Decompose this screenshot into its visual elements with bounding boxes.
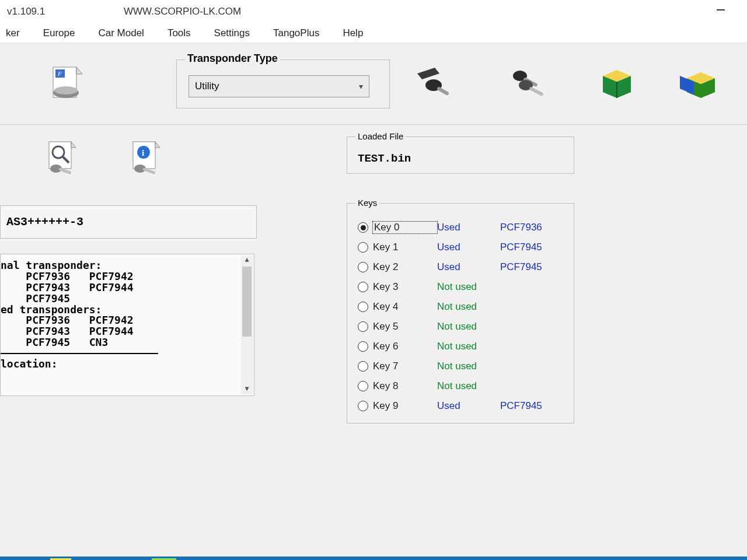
key-radio[interactable] (358, 321, 368, 332)
svg-text:F: F (57, 70, 62, 77)
key-label: Key 5 (373, 321, 437, 332)
chevron-down-icon: ▾ (359, 82, 363, 91)
key-row[interactable]: Key 5Not used (358, 317, 563, 337)
key-status: Used (437, 261, 500, 273)
info-key-icon[interactable]: i (126, 136, 168, 178)
key-row[interactable]: Key 4Not used (358, 297, 563, 317)
search-key-icon[interactable] (42, 136, 84, 178)
svg-text:i: i (142, 148, 144, 158)
menu-item-europe[interactable]: Europe (37, 25, 81, 41)
key-row[interactable]: Key 7Not used (358, 356, 563, 376)
toolbar: F Transponder Type Utility ▾ (0, 43, 747, 125)
key-label: Key 2 (373, 261, 437, 273)
key-status: Not used (437, 380, 500, 392)
right-panel: Loaded File TEST.bin Keys Key 0UsedPCF79… (347, 136, 574, 424)
key-status: Used (437, 242, 500, 253)
key-row[interactable]: Key 3Not used (358, 277, 563, 297)
transponder-type-group: Transponder Type Utility ▾ (176, 60, 390, 108)
taskbar[interactable] (0, 556, 747, 560)
app-version: v1.109.1 (7, 6, 124, 18)
key-radio[interactable] (358, 381, 368, 391)
key-label: Key 0 (373, 222, 437, 233)
module-id-text: AS3++++++-3 (6, 215, 83, 229)
key-radio[interactable] (358, 341, 368, 352)
key-radio[interactable] (358, 282, 368, 292)
key-status: Used (437, 400, 500, 412)
toolbar-book-green-icon[interactable] (596, 63, 638, 105)
key-label: Key 9 (373, 400, 437, 412)
window-controls (715, 5, 736, 15)
key-row[interactable]: Key 6Not used (358, 337, 563, 356)
key-radio[interactable] (358, 262, 368, 272)
key-label: Key 8 (373, 380, 437, 392)
key-row[interactable]: Key 2UsedPCF7945 (358, 257, 563, 277)
transponder-info-text: nal transponder: PCF7936 PCF7942 PCF7943… (1, 260, 242, 348)
menu-item-car-model[interactable]: Car Model (92, 25, 149, 41)
workspace: i AS3++++++-3 nal transponder: PCF7936 P… (0, 125, 747, 556)
svg-point-6 (54, 86, 78, 94)
svg-rect-13 (529, 86, 544, 97)
menu-item-tools[interactable]: Tools (162, 25, 197, 41)
toolbar-key-wizard-icon[interactable] (413, 63, 455, 105)
app-title: WWW.SCORPIO-LK.COM (124, 6, 241, 18)
key-row[interactable]: Key 1UsedPCF7945 (358, 237, 563, 257)
transponder-type-select[interactable]: Utility ▾ (189, 75, 369, 97)
menu-item-tangoplus[interactable]: TangoPlus (267, 25, 325, 41)
svg-marker-28 (155, 142, 160, 148)
title-bar: v1.109.1 WWW.SCORPIO-LK.COM (0, 0, 747, 23)
minimize-button[interactable] (715, 5, 736, 15)
key-chip: PCF7945 (500, 400, 542, 412)
scroll-up-icon[interactable]: ▲ (245, 256, 249, 265)
key-row[interactable]: Key 9UsedPCF7945 (358, 396, 563, 416)
transponder-type-value: Utility (195, 80, 219, 92)
key-status: Not used (437, 360, 500, 372)
keys-group: Keys Key 0UsedPCF7936Key 1UsedPCF7945Key… (347, 203, 574, 424)
key-status: Not used (437, 341, 500, 352)
key-row[interactable]: Key 8Not used (358, 376, 563, 396)
key-status: Not used (437, 301, 500, 313)
key-row[interactable]: Key 0UsedPCF7936 (358, 218, 563, 237)
menu-item-ker[interactable]: ker (0, 25, 26, 41)
menu-item-settings[interactable]: Settings (208, 25, 256, 41)
key-chip: PCF7936 (500, 222, 542, 233)
key-radio[interactable] (358, 302, 368, 312)
toolbar-books-icon[interactable] (673, 63, 715, 105)
loaded-file-label: Loaded File (355, 131, 406, 141)
loaded-file-group: Loaded File TEST.bin (347, 136, 574, 174)
toolbar-keys-icon[interactable] (508, 63, 550, 105)
loaded-file-name: TEST.bin (358, 152, 563, 165)
keys-label: Keys (355, 198, 379, 208)
svg-rect-9 (437, 86, 449, 96)
svg-marker-7 (417, 68, 439, 79)
file-car-icon[interactable]: F (47, 63, 89, 105)
svg-marker-22 (71, 142, 76, 148)
transponder-info-box: nal transponder: PCF7936 PCF7942 PCF7943… (0, 254, 254, 396)
key-label: Key 7 (373, 360, 437, 372)
module-id-box: AS3++++++-3 (0, 205, 257, 239)
left-panel: i AS3++++++-3 nal transponder: PCF7936 P… (0, 136, 268, 396)
key-radio[interactable] (358, 242, 368, 253)
key-label: Key 6 (373, 341, 437, 352)
key-chip: PCF7945 (500, 261, 542, 273)
info-scrollbar[interactable]: ▲ ▼ (241, 256, 253, 394)
key-status: Not used (437, 321, 500, 332)
scroll-thumb[interactable] (242, 267, 252, 337)
key-status: Not used (437, 281, 500, 293)
transponder-type-label: Transponder Type (185, 52, 280, 65)
menu-bar: ker Europe Car Model Tools Settings Tang… (0, 23, 747, 43)
key-status: Used (437, 222, 500, 233)
key-label: Key 1 (373, 242, 437, 253)
transponder-info-tail: location: (1, 359, 242, 370)
menu-item-help[interactable]: Help (337, 25, 369, 41)
scroll-down-icon[interactable]: ▼ (245, 384, 249, 394)
key-radio[interactable] (358, 222, 368, 233)
key-radio[interactable] (358, 361, 368, 372)
key-label: Key 3 (373, 281, 437, 293)
key-label: Key 4 (373, 301, 437, 313)
svg-marker-2 (76, 67, 82, 74)
key-radio[interactable] (358, 401, 368, 411)
key-chip: PCF7945 (500, 242, 542, 253)
